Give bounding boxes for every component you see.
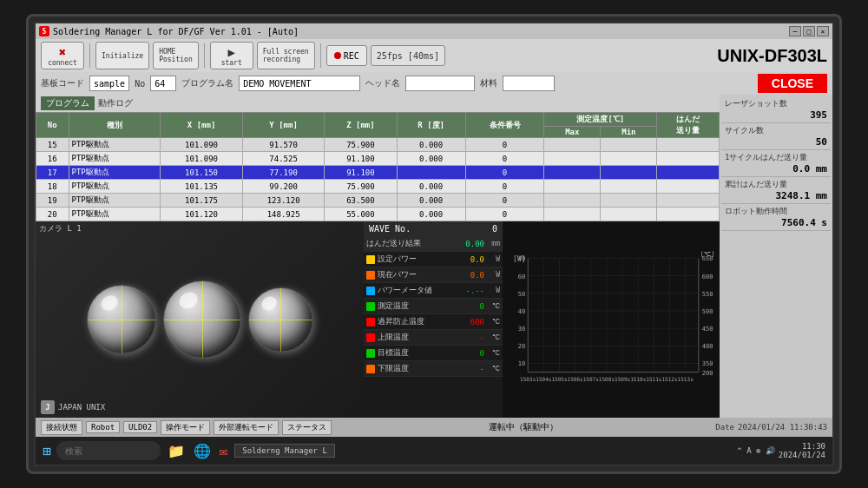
param-unit: W: [484, 255, 500, 263]
svg-text:10: 10: [518, 359, 526, 367]
wave-param-row: 過昇防止温度600℃: [364, 314, 503, 330]
table-row[interactable]: 19PTP駆動点101.175123.12063.5000.0000: [36, 194, 720, 208]
wave-param-row: 下限温度-℃: [364, 361, 503, 377]
solder-result-label: はんだ送り結果: [366, 238, 458, 249]
param-value: 0: [458, 349, 484, 358]
table-cell: [544, 208, 601, 221]
mail-icon[interactable]: ✉: [220, 443, 228, 459]
svg-text:1507s: 1507s: [583, 376, 600, 382]
table-cell: 0.000: [397, 152, 465, 166]
wave-param-row: 設定パワー0.0W: [364, 252, 503, 267]
close-window-button[interactable]: ✕: [817, 26, 829, 36]
initialize-button[interactable]: Initialize: [95, 42, 149, 69]
svg-text:1508s: 1508s: [599, 376, 615, 382]
svg-text:50: 50: [518, 290, 526, 298]
th-z: Z [mm]: [325, 113, 397, 138]
param-value: -: [458, 365, 484, 373]
fullscreen-button[interactable]: Full screenrecording: [257, 42, 315, 69]
svg-text:450: 450: [702, 325, 713, 333]
wave-no-label: WAVE No.: [369, 224, 411, 234]
param-value: -.--: [458, 287, 484, 295]
status-robot[interactable]: Robot: [86, 421, 120, 433]
table-cell: 74.525: [242, 152, 325, 166]
svg-text:1513s: 1513s: [678, 376, 694, 382]
table-cell: 63.500: [325, 194, 397, 208]
param-label: 上限温度: [378, 332, 458, 343]
th-y: Y [mm]: [242, 113, 325, 138]
svg-text:[W]: [W]: [513, 255, 526, 263]
chart-svg: 70 60 50 40 30 20 10 650 600 550 500: [506, 225, 716, 414]
ch-v: [122, 286, 122, 353]
taskbar-app[interactable]: Solderng Manager L: [234, 444, 335, 458]
chart-panel: 70 60 50 40 30 20 10 650 600 550 500: [503, 221, 720, 418]
start-button[interactable]: ▶ start: [210, 42, 253, 69]
kiban-field: sample: [89, 76, 129, 91]
svg-text:500: 500: [702, 307, 713, 315]
table-cell: 101.135: [161, 180, 243, 194]
table-row[interactable]: 20PTP駆動点101.120148.92555.0000.0000: [36, 208, 720, 221]
kiban-value: sample: [94, 79, 125, 89]
close-button[interactable]: CLOSE: [758, 74, 827, 93]
param-unit: ℃: [484, 349, 500, 357]
table-cell: 0.000: [397, 180, 465, 194]
table-cell: [657, 194, 720, 208]
chrome-icon[interactable]: 🌐: [194, 443, 211, 459]
table-row[interactable]: 17PTP駆動点101.15077.19091.1000: [36, 166, 720, 180]
table-cell: PTP駆動点: [69, 166, 161, 180]
wave-panel: WAVE No. 0 はんだ送り結果 0.00 mm 設定パワー0.0W現在パワ…: [364, 221, 503, 418]
laser-shot-label: レーザショット数: [725, 98, 827, 109]
camera-section: カメラ L 1: [36, 221, 364, 418]
th-min: Min: [601, 127, 657, 138]
table-row[interactable]: 18PTP駆動点101.13599.20075.9000.0000: [36, 180, 720, 194]
table-cell: 0.000: [397, 208, 465, 221]
taskbar-search[interactable]: [56, 441, 161, 460]
svg-text:350: 350: [702, 359, 713, 367]
svg-text:1511s: 1511s: [646, 376, 662, 382]
program-value: DEMO MOVEMENT: [243, 79, 311, 89]
table-cell: PTP駆動点: [69, 194, 161, 208]
windows-logo[interactable]: ⊞: [43, 443, 51, 459]
cycle-solder-stat: 1サイクルはんだ送り量 0.0 mm: [721, 150, 831, 177]
table-row[interactable]: 15PTP駆動点101.09091.57075.9000.0000: [36, 138, 720, 152]
table-cell: 101.120: [161, 208, 243, 221]
param-value: 600: [458, 318, 484, 326]
table-cell: 75.900: [325, 180, 397, 194]
rec-dot: [334, 52, 341, 59]
th-solder: はんだ送り量: [657, 113, 720, 138]
svg-text:30: 30: [518, 325, 526, 333]
table-cell: [657, 138, 720, 152]
file-explorer-icon[interactable]: 📁: [168, 443, 185, 459]
home-position-button[interactable]: HOMEPosition: [153, 42, 199, 69]
minimize-button[interactable]: ─: [789, 26, 801, 36]
connect-button[interactable]: ✖ connect: [41, 42, 84, 69]
param-label: 測定温度: [378, 300, 458, 312]
cycle-solder-value: 0.0 mm: [725, 163, 827, 175]
fps-display: 25fps [40ms]: [371, 45, 445, 66]
table-row[interactable]: 16PTP駆動点101.09074.52591.1000.0000: [36, 152, 720, 166]
table-cell: [601, 152, 657, 166]
logo-icon: J: [41, 400, 55, 414]
title-bar: S Soldering Manager L for DF/GF Ver 1.01…: [36, 23, 832, 39]
monitor: S Soldering Manager L for DF/GF Ver 1.01…: [26, 14, 842, 474]
table-body: 15PTP駆動点101.09091.57075.9000.000016PTP駆動…: [36, 138, 720, 221]
table-cell: PTP駆動点: [69, 138, 161, 152]
table-cell: [544, 194, 601, 208]
param-label: 下限温度: [378, 363, 458, 374]
solder-ball-1: [87, 285, 156, 354]
table-cell: [601, 194, 657, 208]
param-value: 0.0: [458, 255, 484, 264]
material-field: [503, 76, 555, 91]
main-content: プログラム 動作ログ No 種別 X [mm] Y [mm] Z [mm] R …: [36, 95, 832, 418]
rec-button[interactable]: REC: [326, 45, 367, 66]
table-cell: PTP駆動点: [69, 180, 161, 194]
crosshair-3: [249, 288, 312, 352]
table-section: プログラム 動作ログ No 種別 X [mm] Y [mm] Z [mm] R …: [36, 95, 720, 221]
solder-ball-2: [163, 280, 241, 359]
head-field: [405, 76, 475, 91]
crosshair-1: [88, 286, 155, 353]
maximize-button[interactable]: □: [803, 26, 815, 36]
table-cell: [657, 208, 720, 221]
svg-text:1512s: 1512s: [661, 376, 678, 382]
left-area: プログラム 動作ログ No 種別 X [mm] Y [mm] Z [mm] R …: [36, 95, 720, 418]
table-cell: 99.200: [242, 180, 325, 194]
